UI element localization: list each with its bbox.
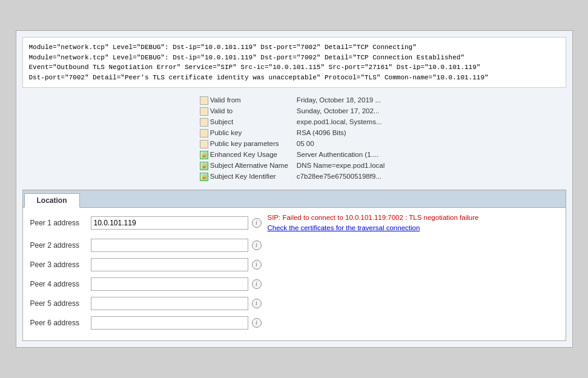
cert-value-cell: 05 00 (294, 139, 391, 150)
peer-label: Peer 4 address (30, 280, 91, 288)
cert-row: Subject Key Identifierc7b28ee75e67500519… (197, 171, 391, 182)
cert-row: Valid fromFriday, October 18, 2019 ... (197, 95, 391, 106)
cert-box-icon (200, 118, 208, 127)
cert-value-cell: Server Authentication (1.... (294, 150, 391, 161)
peer-row: Peer 5 addressi (30, 297, 558, 310)
peer-4-input[interactable] (91, 277, 248, 291)
cert-label-text: Public key parameters (210, 140, 279, 147)
cert-shield-icon (200, 151, 208, 159)
info-icon[interactable]: i (252, 240, 262, 250)
cert-label-cell: Subject Alternative Name (197, 161, 294, 171)
cert-label-cell: Public key parameters (197, 139, 294, 150)
cert-shield-icon (200, 173, 208, 181)
cert-row: Subjectexpe.pod1.local, Systems... (197, 117, 391, 128)
info-icon[interactable]: i (252, 318, 262, 328)
main-container: Module="network.tcp" Level="DEBUG": Dst-… (16, 30, 573, 347)
peer-2-input[interactable] (91, 239, 248, 252)
cert-value-cell: expe.pod1.local, Systems... (294, 117, 391, 128)
cert-label-cell: Subject (197, 117, 294, 128)
peer-label: Peer 1 address (30, 219, 91, 227)
info-icon[interactable]: i (252, 218, 262, 228)
cert-label-cell: Public key (197, 128, 294, 139)
error-link[interactable]: Check the certificates for the traversal… (268, 224, 420, 231)
location-tab[interactable]: Location (24, 193, 80, 208)
info-icon[interactable]: i (252, 299, 262, 308)
cert-box-icon (200, 140, 208, 148)
peer-1-input[interactable] (91, 216, 248, 230)
error-message: SIP: Failed to connect to 10.0.101.119:7… (268, 213, 479, 232)
cert-row: Public keyRSA (4096 Bits) (197, 128, 391, 139)
cert-label-text: Subject (210, 118, 233, 125)
cert-table: Valid fromFriday, October 18, 2019 ...Va… (197, 95, 391, 182)
cert-label-cell: Enhanced Key Usage (197, 150, 294, 161)
peer-row: Peer 1 addressiSIP: Failed to connect to… (30, 213, 558, 232)
log-section: Module="network.tcp" Level="DEBUG": Dst-… (22, 37, 566, 88)
peer-6-input[interactable] (91, 316, 248, 330)
cert-value-cell: c7b28ee75e675005198f9... (294, 171, 391, 182)
location-content: Peer 1 addressiSIP: Failed to connect to… (23, 208, 566, 340)
cert-row: Subject Alternative NameDNS Name=expe.po… (197, 161, 391, 171)
tab-bar: Location (23, 190, 566, 208)
cert-label-text: Valid to (210, 107, 233, 114)
cert-value-cell: RSA (4096 Bits) (294, 128, 391, 139)
log-line-4: Dst-port="7002" Detail="Peer's TLS certi… (29, 73, 560, 83)
cert-value-cell: Friday, October 18, 2019 ... (294, 95, 391, 106)
peer-label: Peer 3 address (30, 260, 91, 269)
cert-label-text: Enhanced Key Usage (210, 151, 277, 158)
location-section: Location Peer 1 addressiSIP: Failed to c… (22, 190, 566, 340)
cert-row: Valid toSunday, October 17, 202... (197, 106, 391, 117)
cert-value-cell: Sunday, October 17, 202... (294, 106, 391, 117)
log-line-2: Module="network.tcp" Level="DEBUG": Dst-… (29, 53, 560, 63)
cert-label-cell: Valid from (197, 95, 294, 106)
peer-3-input[interactable] (91, 258, 248, 271)
log-line-1: Module="network.tcp" Level="DEBUG": Dst-… (29, 42, 560, 53)
info-icon[interactable]: i (252, 260, 262, 270)
cert-box-icon (200, 129, 208, 138)
peer-row: Peer 2 addressi (30, 239, 558, 252)
peer-row: Peer 4 addressi (30, 277, 558, 291)
peer-row: Peer 6 addressi (30, 316, 558, 330)
peer-5-input[interactable] (91, 297, 248, 310)
cert-box-icon (200, 96, 208, 105)
cert-box-icon (200, 107, 208, 116)
cert-label-text: Subject Alternative Name (210, 162, 288, 169)
log-line-3: Event="Outbound TLS Negotiation Error" S… (29, 62, 560, 73)
cert-label-text: Subject Key Identifier (210, 173, 276, 180)
cert-row: Enhanced Key UsageServer Authentication … (197, 150, 391, 161)
peer-label: Peer 5 address (30, 299, 91, 308)
cert-row: Public key parameters05 00 (197, 139, 391, 150)
peer-label: Peer 6 address (30, 319, 91, 327)
peer-label: Peer 2 address (30, 241, 91, 250)
cert-label-text: Valid from (210, 96, 241, 104)
cert-label-cell: Valid to (197, 106, 294, 117)
cert-shield-icon (200, 162, 208, 170)
cert-label-text: Public key (210, 129, 242, 136)
cert-label-cell: Subject Key Identifier (197, 171, 294, 182)
error-text: SIP: Failed to connect to 10.0.101.119:7… (268, 214, 479, 221)
peer-row: Peer 3 addressi (30, 258, 558, 271)
info-icon[interactable]: i (252, 279, 262, 289)
cert-value-cell: DNS Name=expe.pod1.local (294, 161, 391, 171)
